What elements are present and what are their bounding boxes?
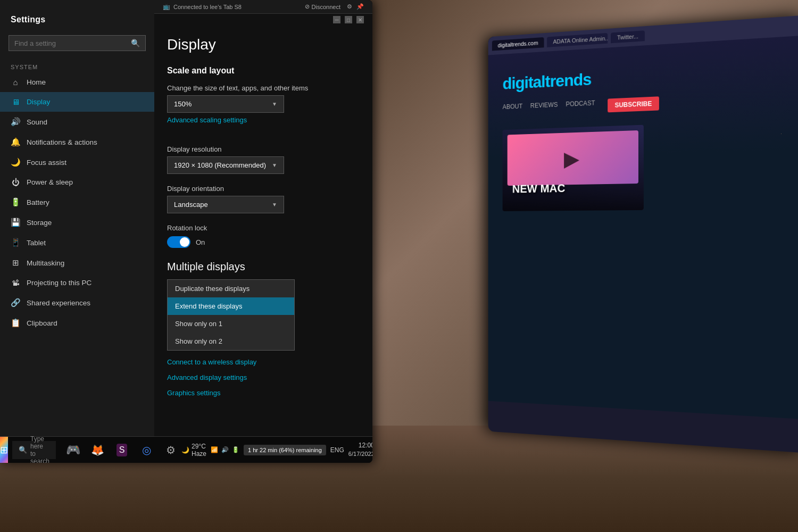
sidebar-item-label: Focus assist (27, 159, 66, 167)
taskbar-app-firefox[interactable]: 🦊 (87, 439, 108, 461)
display-option-show1[interactable]: Show only on 1 (168, 315, 294, 332)
option-label: Show only on 2 (175, 337, 222, 345)
scale-layout-heading: Scale and layout (167, 66, 360, 76)
settings-sidebar: Settings 🔍 System ⌂ Home 🖥 Display 🔊 Sou… (0, 0, 154, 463)
taskbar-system-icons: 📶 🔊 🔋 (211, 446, 239, 453)
multiple-displays-dropdown: Duplicate these displays Extend these di… (167, 279, 295, 351)
battery-taskbar-icon[interactable]: 🔋 (232, 446, 239, 453)
sidebar-item-label: Tablet (27, 239, 46, 247)
gear-icon: ⚙ (166, 444, 176, 456)
nav-podcast[interactable]: PODCAST (566, 99, 595, 114)
video-thumbnail[interactable]: ▶ NEW MAC (503, 125, 644, 211)
projecting-icon: 📽 (11, 278, 20, 287)
graphics-settings-link[interactable]: Graphics settings (167, 389, 360, 397)
display-option-extend[interactable]: Extend these displays (168, 297, 294, 315)
resolution-dropdown[interactable]: 1920 × 1080 (Recommended) ▼ (167, 156, 284, 174)
sidebar-item-battery[interactable]: 🔋 Battery (0, 192, 154, 212)
close-button[interactable]: ✕ (356, 16, 364, 23)
search-icon: 🔍 (131, 39, 140, 47)
scale-dropdown[interactable]: 150% ▼ (167, 95, 284, 113)
sidebar-item-storage[interactable]: 💾 Storage (0, 212, 154, 232)
colorful-app-icon: 🎮 (66, 443, 80, 457)
sidebar-item-label: Sound (27, 118, 47, 126)
network-icon[interactable]: 📶 (211, 446, 218, 453)
windows-icon: ⊞ (0, 444, 8, 456)
start-button[interactable]: ⊞ (0, 437, 8, 463)
rotation-lock-toggle-row: On (167, 236, 360, 248)
sidebar-item-home[interactable]: ⌂ Home (0, 72, 154, 92)
browser-content: digitaltrends ABOUT REVIEWS PODCAST SUBS… (488, 36, 798, 420)
settings-main-panel: 📺 Connected to lee's Tab S8 ⊘ Disconnect… (154, 0, 372, 463)
rotation-state-label: On (196, 238, 205, 246)
sidebar-item-tablet[interactable]: 📱 Tablet (0, 232, 154, 253)
minimize-button[interactable]: ─ (333, 16, 340, 23)
sidebar-item-display[interactable]: 🖥 Display (0, 92, 154, 112)
advanced-display-link[interactable]: Advanced display settings (167, 373, 360, 381)
chevron-down-icon: ▼ (272, 202, 277, 207)
rotation-lock-toggle[interactable] (167, 236, 190, 248)
disconnect-label: Disconnect (312, 4, 340, 10)
taskbar-app-colorful[interactable]: 🎮 (62, 439, 84, 461)
resolution-label: Display resolution (167, 145, 360, 153)
sidebar-item-focus[interactable]: 🌙 Focus assist (0, 152, 154, 172)
sidebar-item-label: Storage (27, 219, 52, 227)
nav-about[interactable]: ABOUT (503, 103, 523, 117)
battery-tooltip: 1 hr 22 min (64%) remaining (244, 445, 326, 455)
sidebar-search-box[interactable]: 🔍 (9, 35, 146, 51)
storage-icon: 💾 (11, 218, 20, 227)
sidebar-item-notifications[interactable]: 🔔 Notifications & actions (0, 132, 154, 152)
resolution-value: 1920 × 1080 (Recommended) (174, 161, 266, 169)
sidebar-item-projecting[interactable]: 📽 Projecting to this PC (0, 273, 154, 293)
volume-icon[interactable]: 🔊 (221, 446, 229, 453)
sidebar-item-sound[interactable]: 🔊 Sound (0, 112, 154, 132)
browser-tab-3[interactable]: Twitter... (611, 30, 645, 43)
language-indicator: ENG (330, 446, 344, 454)
logo-text-1: digital (503, 72, 545, 93)
battery-icon: 🔋 (11, 197, 20, 207)
sidebar-item-power[interactable]: ⏻ Power & sleep (0, 172, 154, 192)
logo-text-2: trends (545, 70, 592, 91)
cast-bar: 📺 Connected to lee's Tab S8 ⊘ Disconnect… (154, 0, 372, 14)
taskbar-app-chrome[interactable]: ◎ (136, 439, 157, 461)
display-option-duplicate[interactable]: Duplicate these displays (168, 280, 294, 297)
orientation-dropdown[interactable]: Landscape ▼ (167, 196, 284, 213)
settings-content: Display Scale and layout Change the size… (154, 26, 372, 408)
multitasking-icon: ⊞ (11, 258, 20, 268)
settings-cast-icon[interactable]: ⚙ (347, 3, 352, 10)
clipboard-icon: 📋 (11, 318, 20, 328)
disconnect-button[interactable]: ⊘ Disconnect (305, 3, 340, 10)
taskbar-search-box[interactable]: 🔍 Type here to search (12, 441, 56, 459)
maximize-button[interactable]: □ (345, 16, 352, 23)
sidebar-item-shared[interactable]: 🔗 Shared experiences (0, 293, 154, 313)
taskbar-apps-area: 🎮 🦊 S ◎ ⚙ (62, 439, 181, 461)
subscribe-button[interactable]: SUBSCRIBE (608, 96, 659, 112)
laptop-screen-left: Settings 🔍 System ⌂ Home 🖥 Display 🔊 Sou… (0, 0, 372, 463)
pin-icon[interactable]: 📌 (356, 3, 364, 10)
sidebar-item-label: Shared experiences (27, 299, 90, 307)
browser-tab-2[interactable]: ADATA Online Admin... (547, 33, 608, 47)
sidebar-section-system: System (0, 60, 154, 72)
option-label: Show only on 1 (175, 320, 222, 328)
laptop-right: digitaltrends.com ADATA Online Admin... … (488, 15, 798, 453)
sidebar-item-label: Projecting to this PC (27, 279, 92, 287)
sidebar-item-label: Multitasking (27, 259, 64, 267)
display-option-show2[interactable]: Show only on 2 (168, 332, 294, 350)
wireless-display-link[interactable]: Connect to a wireless display (167, 358, 360, 366)
taskbar-app-slack[interactable]: S (111, 439, 132, 461)
sidebar-item-clipboard[interactable]: 📋 Clipboard (0, 313, 154, 333)
nav-reviews[interactable]: REVIEWS (530, 101, 558, 115)
cast-status-text: Connected to lee's Tab S8 (173, 4, 242, 10)
date-display: 6/17/2022 (348, 450, 372, 458)
video-title: NEW MAC (512, 181, 566, 196)
orientation-label: Display orientation (167, 185, 360, 193)
time-display: 12:00 (348, 441, 372, 450)
chevron-down-icon: ▼ (272, 101, 277, 107)
taskbar-app-settings[interactable]: ⚙ (160, 439, 181, 461)
browser-tab-active[interactable]: digitaltrends.com (492, 37, 544, 51)
notifications-icon: 🔔 (11, 137, 20, 147)
toggle-knob (180, 237, 189, 247)
sidebar-item-multitasking[interactable]: ⊞ Multitasking (0, 253, 154, 273)
slack-icon: S (117, 444, 128, 456)
advanced-scaling-link[interactable]: Advanced scaling settings (167, 116, 247, 124)
search-input[interactable] (14, 39, 129, 47)
